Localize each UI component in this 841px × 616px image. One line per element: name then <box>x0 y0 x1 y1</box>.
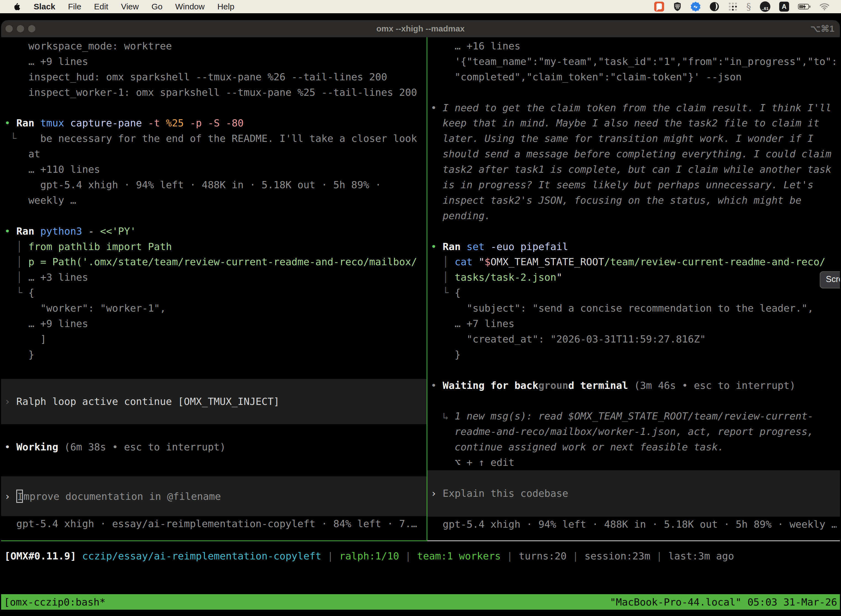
tmux-host-time-label: "MacBook-Pro-44.local" 05:03 31-Mar-26 <box>610 596 837 608</box>
close-button[interactable] <box>6 25 13 32</box>
terminal-line: inspect_worker-1: omx sparkshell --tmux-… <box>4 85 423 100</box>
terminal-line: at <box>4 146 423 162</box>
terminal-line: continue assigned work or next feasible … <box>431 439 837 455</box>
terminal-line: readme-and-reco/mailbox/worker-1.json, a… <box>431 424 837 439</box>
terminal-line: later. Using the same for transition mig… <box>431 131 837 146</box>
tmux-status-bar: [omx-cczip0:bash* "MacBook-Pro-44.local"… <box>1 594 840 610</box>
screen-overlay-tooltip: Scre <box>820 271 840 288</box>
terminal-line: └ { <box>4 285 423 301</box>
terminal-line: │ tasks/task-2.json" <box>431 270 837 285</box>
terminal-line: … +9 lines <box>4 316 423 331</box>
tmux-panes: workspace_mode: worktree … +9 lines insp… <box>1 37 840 540</box>
right-terminal-pane[interactable]: … +16 lines '{"team_name":"my-team","tas… <box>428 37 840 540</box>
desktop: Slack File Edit View Go Window Help <box>0 0 841 616</box>
terminal-line: … +16 lines <box>431 38 837 54</box>
terminal-line: ⌥ + ↑ edit <box>431 455 837 470</box>
terminal-footer: [OMX#0.11.9] cczip/essay/ai-reimplementa… <box>1 541 840 616</box>
menu-window[interactable]: Window <box>175 2 205 11</box>
circle-badge-icon[interactable]: ..61 <box>760 1 771 12</box>
terminal-window: omx --xhigh --madmax ⌥⌘1 workspace_mode:… <box>1 20 840 616</box>
terminal-line: │ from pathlib import Path <box>4 239 423 254</box>
dots-grid-icon[interactable] <box>728 2 737 11</box>
terminal-line <box>431 393 837 408</box>
terminal-line: workspace_mode: worktree <box>4 38 423 54</box>
minimize-button[interactable] <box>17 25 24 32</box>
zoom-button[interactable] <box>28 25 35 32</box>
pane-bottom-border <box>1 540 840 541</box>
tmux-session-label: [omx-cczip0:bash* <box>4 596 105 608</box>
terminal-line: ] <box>4 331 423 347</box>
ralph-loop-banner: › Ralph loop active continue [OMX_TMUX_I… <box>1 379 426 424</box>
terminal-line <box>4 100 423 116</box>
dark-pie-icon[interactable] <box>709 1 719 12</box>
right-pane-scrollback: … +16 lines '{"team_name":"my-team","tas… <box>431 38 837 470</box>
terminal-line: "completed","claim_token":"claim-token"}… <box>431 69 837 85</box>
terminal-line: • Ran set -euo pipefail <box>431 239 837 254</box>
menu-help[interactable]: Help <box>217 2 234 11</box>
terminal-line <box>4 208 423 224</box>
terminal-line: … +9 lines <box>4 54 423 69</box>
model-status-line-left: gpt-5.4 xhigh · essay/ai-reimplementatio… <box>4 516 423 532</box>
shield-grid-icon[interactable] <box>673 1 682 12</box>
terminal-line: inspect task2's JSON, focusing on the st… <box>431 193 837 208</box>
menu-view[interactable]: View <box>121 2 139 11</box>
menu-file[interactable]: File <box>68 2 81 11</box>
apple-menu-icon[interactable] <box>14 3 21 11</box>
terminal-line: • I need to get the claim token from the… <box>431 100 837 116</box>
terminal-line: └ be necessary for the end of the README… <box>4 131 423 146</box>
menu-bar: Slack File Edit View Go Window Help <box>0 0 841 13</box>
terminal-line: "created_at": "2026-03-31T11:59:27.816Z" <box>431 331 837 347</box>
menu-bar-status-icons: § ..61 A <box>654 1 841 12</box>
terminal-line: is in progress? It seems likely but perh… <box>431 177 837 193</box>
window-title: omx --xhigh --madmax <box>1 20 840 37</box>
prompt-input-right[interactable]: › Explain this codebase <box>428 470 840 517</box>
terminal-line: • Waiting for background terminal (3m 46… <box>431 378 837 393</box>
blue-badge-icon[interactable] <box>691 1 700 12</box>
window-shortcut-badge: ⌥⌘1 <box>810 20 834 37</box>
terminal-line: … +110 lines <box>4 162 423 177</box>
terminal-line: pending. <box>431 208 837 224</box>
terminal-line <box>431 362 837 378</box>
traffic-lights <box>6 25 35 32</box>
orange-chat-icon[interactable] <box>654 1 664 12</box>
menu-edit[interactable]: Edit <box>94 2 108 11</box>
terminal-line: inspect_hud: omx sparkshell --tmux-pane … <box>4 69 423 85</box>
terminal-line: '{"team_name":"my-team","task_id":"1","f… <box>431 54 837 69</box>
left-terminal-pane[interactable]: workspace_mode: worktree … +9 lines insp… <box>1 37 426 540</box>
wifi-icon[interactable] <box>819 3 829 10</box>
terminal-line: … +7 lines <box>431 316 837 331</box>
omx-status-line: [OMX#0.11.9] cczip/essay/ai-reimplementa… <box>4 541 840 564</box>
terminal-line: should send a message before completing … <box>431 146 837 162</box>
letter-a-icon[interactable]: A <box>779 1 789 12</box>
terminal-line: │ … +3 lines <box>4 270 423 285</box>
terminal-line: │ cat "$OMX_TEAM_STATE_ROOT/team/review-… <box>431 254 837 270</box>
terminal-line <box>431 224 837 239</box>
battery-icon[interactable] <box>798 4 811 10</box>
terminal-line: keep that in mind. Maybe I also need the… <box>431 115 837 131</box>
terminal-line <box>431 85 837 100</box>
terminal-line: gpt-5.4 xhigh · 94% left · 488K in · 5.1… <box>4 177 423 193</box>
terminal-line: "subject": "send a concise recommendatio… <box>431 301 837 316</box>
left-pane-scrollback: workspace_mode: worktree … +9 lines insp… <box>4 38 423 378</box>
menu-bar-left: Slack File Edit View Go Window Help <box>0 2 234 11</box>
terminal-line: } <box>4 347 423 362</box>
window-title-bar[interactable]: omx --xhigh --madmax ⌥⌘1 <box>1 20 840 37</box>
squiggle-icon[interactable]: § <box>746 1 751 12</box>
terminal-line: • Ran tmux capture-pane -t %25 -p -S -80 <box>4 115 423 131</box>
menu-go[interactable]: Go <box>151 2 163 11</box>
terminal-line: } <box>431 347 837 362</box>
terminal-line: weekly … <box>4 193 423 208</box>
terminal-line: └ { <box>431 285 837 301</box>
working-status: • Working (6m 38s • esc to interrupt) <box>4 439 423 455</box>
terminal-line <box>4 362 423 378</box>
terminal-line: • Ran python3 - <<'PY' <box>4 224 423 239</box>
terminal-content: workspace_mode: worktree … +9 lines insp… <box>1 37 840 616</box>
terminal-line: │ p = Path('.omx/state/team/review-curre… <box>4 254 423 270</box>
terminal-line: task2 after task1 is complete, but can I… <box>431 162 837 177</box>
menu-app-name[interactable]: Slack <box>34 2 55 11</box>
terminal-line: ↳ 1 new msg(s): read $OMX_TEAM_STATE_ROO… <box>431 408 837 424</box>
terminal-line: "worker": "worker-1", <box>4 301 423 316</box>
model-status-line-right: gpt-5.4 xhigh · 94% left · 488K in · 5.1… <box>431 517 837 532</box>
prompt-input-left[interactable]: › Improve documentation in @filename <box>1 476 426 516</box>
